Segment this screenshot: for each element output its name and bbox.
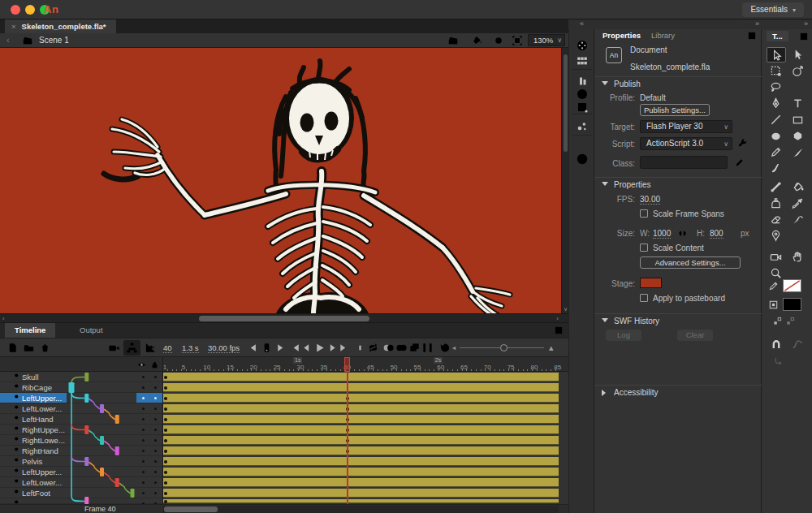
keyframe-dot[interactable] <box>164 407 167 411</box>
show-hide-all-layers-icon[interactable] <box>137 360 146 369</box>
timeline-zoom-out-icon[interactable]: ◂ <box>452 344 456 351</box>
frames-horizontal-scrollbar[interactable] <box>162 506 559 513</box>
keyframe-dot[interactable] <box>164 460 167 463</box>
graph-editor-icon[interactable] <box>145 342 157 354</box>
layer-visibility-toggle[interactable] <box>142 471 145 473</box>
center-frame-icon[interactable] <box>354 342 366 354</box>
height-value[interactable]: 800 <box>710 229 723 239</box>
layer-visibility-toggle[interactable] <box>142 386 145 389</box>
color-panel-icon[interactable] <box>576 39 589 52</box>
edit-symbols-icon[interactable] <box>471 35 482 46</box>
width-value[interactable]: 1000 <box>653 229 671 239</box>
timeline-zoom-in-icon[interactable]: ▴ <box>549 343 554 353</box>
layer-row[interactable]: LeftUpper... <box>0 393 162 403</box>
tool-text[interactable] <box>788 96 808 111</box>
tool-lasso[interactable] <box>767 80 786 95</box>
layer-lock-toggle[interactable] <box>154 397 157 399</box>
layer-lock-toggle[interactable] <box>154 407 157 410</box>
playhead-line[interactable] <box>347 372 348 504</box>
layer-row[interactable] <box>0 498 162 504</box>
layer-frame-span[interactable] <box>162 435 559 446</box>
keyframe-dot[interactable] <box>164 471 167 474</box>
swatches-panel-icon[interactable] <box>576 54 589 67</box>
layer-visibility-toggle[interactable] <box>142 376 145 378</box>
new-folder-icon[interactable] <box>23 342 35 354</box>
stage-vertical-scrollbar[interactable]: ∨ <box>561 48 568 313</box>
layer-visibility-toggle[interactable] <box>142 418 145 420</box>
stroke-color-swatch[interactable] <box>783 279 801 292</box>
layer-visibility-toggle[interactable] <box>142 481 145 484</box>
stage-vertical-scrollbar-thumb[interactable] <box>564 54 568 152</box>
layer-row[interactable]: RightLowe... <box>0 435 162 446</box>
add-camera-icon[interactable] <box>108 342 120 354</box>
layer-frame-span[interactable] <box>162 467 559 477</box>
edit-scene-icon[interactable] <box>447 35 459 46</box>
layer-lock-toggle[interactable] <box>154 492 157 494</box>
link-width-height-icon[interactable] <box>677 228 688 239</box>
stage-horizontal-scrollbar[interactable]: ‹ › <box>0 313 568 323</box>
back-arrow-icon[interactable]: ‹ <box>6 35 10 45</box>
scroll-right-arrow-icon[interactable]: › <box>556 315 559 322</box>
align-panel-icon[interactable] <box>576 75 589 88</box>
swf-log-button[interactable]: Log <box>606 330 641 341</box>
tool-line[interactable] <box>767 112 786 127</box>
go-to-last-frame-icon[interactable] <box>338 342 350 354</box>
fps-value[interactable]: 30.00 <box>640 195 660 205</box>
layer-row[interactable]: LeftFoot <box>0 488 162 498</box>
layer-lock-toggle[interactable] <box>154 471 157 473</box>
layer-frame-span[interactable] <box>162 403 559 414</box>
current-frame-hotspot[interactable]: 40 <box>163 343 172 353</box>
parenting-view-icon[interactable] <box>126 342 138 354</box>
center-stage-icon[interactable] <box>493 35 504 46</box>
frames-grid[interactable] <box>162 372 559 504</box>
tool-bone[interactable] <box>767 179 786 195</box>
tab-library[interactable]: Library <box>651 31 675 40</box>
layer-visibility-toggle[interactable] <box>142 397 145 399</box>
layer-frame-span[interactable] <box>162 382 559 393</box>
publish-settings-button[interactable]: Publish Settings... <box>640 104 710 116</box>
keyframe-dot[interactable] <box>164 376 167 379</box>
apply-to-pasteboard-checkbox[interactable] <box>640 294 648 302</box>
collapse-properties-icon[interactable]: » <box>755 19 758 28</box>
timeline-zoom-handle[interactable] <box>500 344 508 351</box>
fill-color-swatch[interactable] <box>783 298 801 311</box>
layer-row[interactable]: Skull <box>0 372 162 382</box>
tool-pencil[interactable] <box>767 144 786 160</box>
tool-gradient-transform[interactable] <box>788 63 808 79</box>
panel-menu-icon[interactable] <box>747 31 757 41</box>
layer-lock-toggle[interactable] <box>154 481 157 484</box>
close-tab-icon[interactable]: × <box>11 22 16 31</box>
layer-row[interactable]: RightUppe... <box>0 425 162 435</box>
layer-lock-toggle[interactable] <box>154 460 157 463</box>
layer-frame-span[interactable] <box>162 477 559 488</box>
tool-paint-brush[interactable] <box>788 144 808 160</box>
tool-oval[interactable] <box>767 128 786 144</box>
script-settings-wrench-icon[interactable] <box>737 138 748 149</box>
layer-row[interactable]: RibCage <box>0 382 162 393</box>
edit-class-pencil-icon[interactable] <box>734 157 745 168</box>
scale-content-checkbox[interactable] <box>640 244 648 252</box>
swf-history-section-header[interactable]: SWF History <box>594 313 762 326</box>
tool-subselection[interactable] <box>788 47 808 63</box>
tool-width[interactable] <box>788 212 808 227</box>
workspace-switcher-button[interactable]: Essentials▾ <box>742 2 804 17</box>
tool-free-transform[interactable] <box>767 63 786 79</box>
layer-frame-span[interactable] <box>162 488 559 498</box>
layer-visibility-toggle[interactable] <box>142 407 145 410</box>
keyframe-dot[interactable] <box>164 429 167 432</box>
layer-frame-span[interactable] <box>162 456 559 467</box>
tab-tools[interactable]: T... <box>767 31 788 41</box>
frames-scrollbar-thumb[interactable] <box>164 507 218 512</box>
layer-frame-span[interactable] <box>162 446 559 456</box>
onion-skin-outlines-icon[interactable] <box>395 342 408 354</box>
layer-visibility-toggle[interactable] <box>142 429 145 431</box>
stage-horizontal-scrollbar-thumb[interactable] <box>199 316 369 321</box>
elapsed-time-hotspot[interactable]: 1.3 s <box>182 343 199 353</box>
scene-name[interactable]: Scene 1 <box>39 36 69 45</box>
code-snippets-panel-icon[interactable] <box>576 120 589 133</box>
layer-frame-span[interactable] <box>162 498 559 504</box>
layer-lock-toggle[interactable] <box>154 418 157 420</box>
tool-polystar[interactable] <box>788 128 808 144</box>
layer-row[interactable]: LeftUpper... <box>0 467 162 477</box>
layer-lock-toggle[interactable] <box>154 439 157 442</box>
